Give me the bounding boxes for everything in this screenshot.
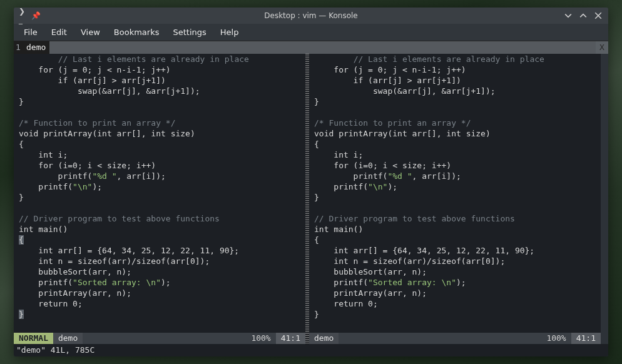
menu-help[interactable]: Help xyxy=(214,25,245,39)
konsole-window: ❯_ 📌 Desktop : vim — Konsole File Edit V… xyxy=(14,8,608,356)
editor-area: // Last i elements are already in place … xyxy=(14,54,608,344)
close-button[interactable] xyxy=(592,9,604,22)
vim-tabline: 1 demo X xyxy=(14,41,608,54)
code-text: // Last i elements are already in place … xyxy=(19,54,249,319)
menu-view[interactable]: View xyxy=(74,25,106,39)
statusline-fill xyxy=(83,333,246,344)
cursor: { xyxy=(19,235,24,245)
maximize-button[interactable] xyxy=(577,9,589,22)
window-title: Desktop : vim — Konsole xyxy=(14,11,608,20)
statusline-fill xyxy=(339,333,541,344)
statusline-right: demo 100% 41:1 xyxy=(309,333,601,344)
menu-edit[interactable]: Edit xyxy=(45,25,73,39)
statusline-left: NORMAL demo 100% 41:1 xyxy=(14,333,305,344)
scroll-percent: 100% xyxy=(541,333,571,344)
code-right[interactable]: // Last i elements are already in place … xyxy=(309,54,601,333)
app-icon: ❯_ xyxy=(19,11,28,20)
tab-name[interactable]: demo xyxy=(23,41,49,54)
pin-icon[interactable]: 📌 xyxy=(31,11,40,20)
menu-settings[interactable]: Settings xyxy=(166,25,212,39)
file-name: demo xyxy=(309,333,339,344)
tab-number[interactable]: 1 xyxy=(14,41,23,54)
cursor-pos: 41:1 xyxy=(276,333,305,344)
right-pane[interactable]: // Last i elements are already in place … xyxy=(309,54,601,344)
code-text: // Last i elements are already in place … xyxy=(314,54,544,319)
titlebar[interactable]: ❯_ 📌 Desktop : vim — Konsole xyxy=(14,8,608,24)
vim-cmdline[interactable]: "demo" 41L, 785C xyxy=(14,344,608,356)
file-name: demo xyxy=(53,333,83,344)
tabline-spacer xyxy=(49,41,596,54)
menu-file[interactable]: File xyxy=(18,25,44,39)
scroll-percent: 100% xyxy=(246,333,275,344)
cursor-pos: 41:1 xyxy=(571,333,601,344)
konsole-scrollbar[interactable] xyxy=(601,54,608,344)
tab-close[interactable]: X xyxy=(596,41,608,54)
menubar: File Edit View Bookmarks Settings Help xyxy=(14,24,608,41)
mode-indicator: NORMAL xyxy=(14,333,53,344)
left-pane[interactable]: // Last i elements are already in place … xyxy=(14,54,305,344)
minimize-button[interactable] xyxy=(562,9,574,22)
code-left[interactable]: // Last i elements are already in place … xyxy=(14,54,305,333)
menu-bookmarks[interactable]: Bookmarks xyxy=(108,25,166,39)
